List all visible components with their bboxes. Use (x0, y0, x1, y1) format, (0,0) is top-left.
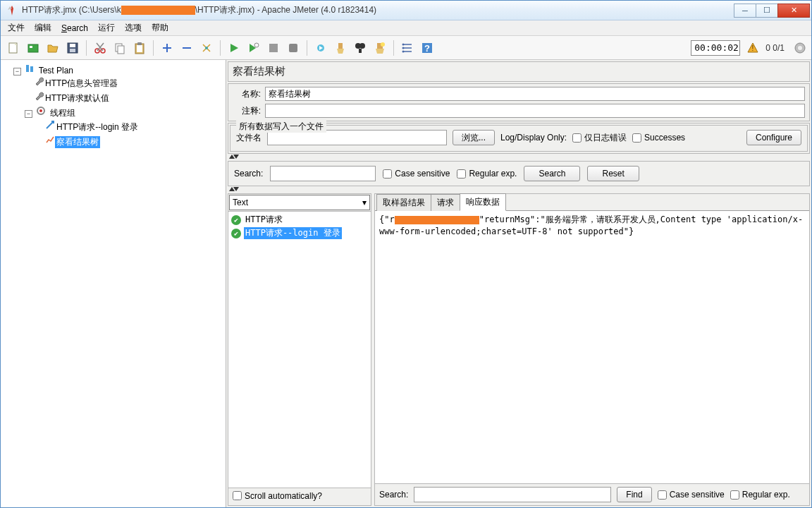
svg-rect-2 (30, 46, 32, 48)
search-label: Search: (379, 490, 408, 500)
tab-request[interactable]: 请求 (431, 194, 460, 211)
threadgroup-icon (36, 106, 46, 116)
results-list[interactable]: ✔HTTP请求 ✔HTTP请求--login 登录 (228, 211, 371, 488)
configure-button[interactable]: Configure (746, 130, 801, 145)
svg-rect-33 (30, 66, 33, 72)
splitter-handle[interactable] (228, 154, 810, 159)
tree-http-login[interactable]: HTTP请求--login 登录 (55, 121, 140, 133)
clear-icon[interactable] (332, 40, 349, 56)
collapse-icon[interactable] (178, 40, 195, 56)
response-body[interactable]: {"r"returnMsg":"服务端异常，请联系开发人员,Content ty… (375, 211, 809, 483)
logdisplay-label: Log/Display Only: (500, 133, 567, 143)
svg-point-23 (381, 42, 385, 47)
tree-defaults[interactable]: HTTP请求默认值 (44, 92, 111, 104)
help-icon[interactable]: ? (419, 40, 436, 56)
case-checkbox[interactable]: Case sensitive (658, 490, 725, 500)
result-tabs: 取样器结果 请求 响应数据 (375, 194, 809, 211)
menu-options[interactable]: 选项 (121, 20, 146, 35)
close-button[interactable]: ✕ (777, 4, 810, 18)
search-input[interactable] (270, 166, 376, 181)
open-icon[interactable] (44, 40, 61, 56)
reset-button[interactable]: Reset (587, 166, 639, 181)
new-icon[interactable] (5, 40, 22, 56)
menu-file[interactable]: 文件 (4, 20, 29, 35)
stop-icon[interactable] (265, 40, 282, 56)
running-indicator-icon (793, 41, 807, 55)
svg-point-13 (205, 47, 208, 49)
toggle-icon[interactable] (198, 40, 215, 56)
tab-response[interactable]: 响应数据 (460, 193, 506, 211)
svg-rect-12 (137, 42, 142, 45)
comment-input[interactable] (265, 104, 805, 118)
search-button[interactable]: Search (524, 166, 580, 181)
svg-point-14 (254, 43, 259, 47)
svg-point-31 (798, 46, 802, 50)
response-search-input[interactable] (414, 487, 611, 502)
start-icon[interactable] (226, 40, 242, 56)
svg-point-35 (39, 109, 42, 112)
regex-checkbox[interactable]: Regular exp. (457, 169, 517, 179)
menu-search[interactable]: Search (57, 22, 92, 35)
expand-icon[interactable] (159, 40, 176, 56)
case-checkbox[interactable]: Case sensitive (383, 169, 450, 179)
regex-checkbox[interactable]: Regular exp. (730, 490, 790, 500)
svg-point-25 (402, 47, 405, 49)
menu-help[interactable]: 帮助 (147, 20, 173, 35)
svg-rect-16 (289, 44, 297, 52)
menubar: 文件 编辑 Search 运行 选项 帮助 (1, 20, 811, 36)
svg-point-20 (359, 43, 365, 49)
tree-toggle[interactable]: − (13, 68, 21, 75)
function-helper-icon[interactable] (399, 40, 416, 56)
renderer-combo[interactable]: Text ▾ (229, 195, 370, 210)
svg-rect-18 (338, 43, 343, 49)
browse-button[interactable]: 浏览... (453, 130, 495, 145)
copy-icon[interactable] (111, 40, 128, 56)
menu-edit[interactable]: 编辑 (30, 20, 56, 35)
tree-view-results[interactable]: 察看结果树 (55, 136, 100, 148)
minimize-button[interactable]: ─ (734, 4, 756, 18)
tree-header-manager[interactable]: HTTP信息头管理器 (44, 78, 119, 90)
save-icon[interactable] (64, 40, 81, 56)
result-item[interactable]: ✔HTTP请求 (230, 213, 369, 226)
tree-testplan[interactable]: Test Plan (37, 66, 75, 75)
toolbar: ? 00:00:02 ! 0 0/1 (1, 36, 811, 60)
testplan-icon (25, 64, 35, 73)
svg-rect-4 (70, 44, 75, 47)
window-title: HTTP请求.jmx (C:\Users\k\HTTP请求.jmx) - Apa… (22, 4, 734, 16)
warning-icon[interactable]: ! (747, 42, 758, 54)
name-input[interactable] (265, 87, 805, 101)
templates-icon[interactable] (25, 40, 42, 56)
successes-checkbox[interactable]: Successes (632, 133, 685, 143)
remote-start-icon[interactable] (312, 40, 329, 56)
titlebar: HTTP请求.jmx (C:\Users\k\HTTP请求.jmx) - Apa… (1, 1, 811, 20)
splitter-handle[interactable] (228, 186, 810, 192)
wrench-icon (34, 76, 44, 86)
tree-pane[interactable]: − Test Plan HTTP信息头管理器 HTTP请求默认值 − 线程组 H… (1, 60, 226, 507)
result-item[interactable]: ✔HTTP请求--login 登录 (230, 226, 369, 240)
search-panel: Search: Case sensitive Regular exp. Sear… (228, 161, 810, 186)
menu-run[interactable]: 运行 (94, 20, 119, 35)
name-label: 名称: (233, 88, 261, 100)
paste-icon[interactable] (131, 40, 148, 56)
elapsed-timer: 00:00:02 (691, 40, 740, 56)
listener-icon (45, 135, 55, 145)
scroll-auto-checkbox[interactable]: Scroll automatically? (233, 491, 322, 501)
errors-only-checkbox[interactable]: 仅日志错误 (572, 132, 627, 144)
maximize-button[interactable]: ☐ (756, 4, 778, 18)
file-output-fieldset: 所有数据写入一个文件 文件名 浏览... Log/Display Only: 仅… (230, 125, 808, 152)
start-no-timers-icon[interactable] (245, 40, 262, 56)
svg-rect-1 (28, 44, 38, 52)
tree-threadgroup[interactable]: 线程组 (49, 107, 77, 119)
svg-text:!: ! (752, 44, 754, 52)
right-pane: 察看结果树 名称: 注释: 所有数据写入一个文件 文件名 浏览.. (226, 60, 811, 507)
svg-point-24 (402, 43, 405, 45)
shutdown-icon[interactable] (285, 40, 302, 56)
clear-all-icon[interactable] (352, 40, 369, 56)
search-tb-icon[interactable] (371, 40, 388, 56)
find-button[interactable]: Find (617, 487, 651, 502)
tab-sampler[interactable]: 取样器结果 (376, 194, 431, 211)
app-window: HTTP请求.jmx (C:\Users\k\HTTP请求.jmx) - Apa… (0, 0, 812, 508)
cut-icon[interactable] (92, 40, 109, 56)
wrench-icon (34, 91, 44, 101)
tree-toggle[interactable]: − (25, 110, 32, 118)
